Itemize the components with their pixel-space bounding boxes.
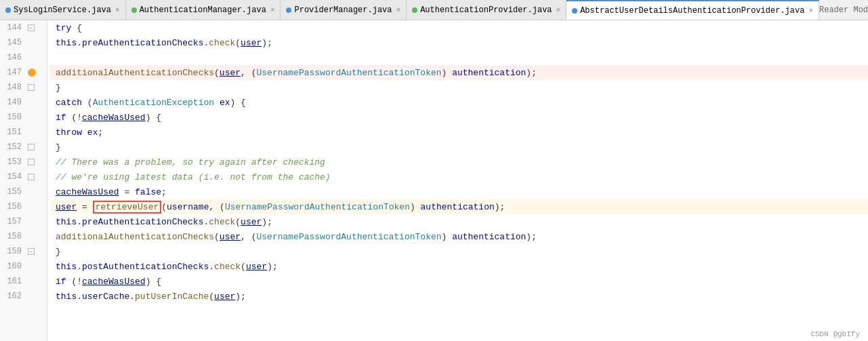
gutter-icon: [26, 144, 37, 151]
gutter-row-149: 149: [0, 95, 47, 110]
tab-label: AuthenticationManager.java: [140, 5, 266, 15]
gutter-row-145: 145: [0, 35, 47, 50]
line-number: 158: [0, 232, 26, 241]
code-line-151: throw ex;: [50, 125, 868, 140]
tab-dot: [5, 7, 11, 13]
tab-tab2[interactable]: AuthenticationManager.java×: [126, 0, 281, 20]
line-number: 156: [0, 202, 26, 212]
line-number: 159: [0, 247, 26, 256]
tab-dot: [286, 7, 291, 13]
gutter-row-147: 147: [0, 65, 47, 80]
fold-icon[interactable]: [28, 174, 35, 180]
gutter-row-153: 153: [0, 155, 47, 169]
line-number: 161: [0, 277, 26, 286]
tab-tab4[interactable]: AuthenticationProvider.java×: [407, 0, 566, 20]
line-number: 145: [0, 38, 26, 47]
code-line-156: user = retrieveUser(username, (UsernameP…: [50, 199, 868, 214]
tab-label: SysLoginService.java: [14, 5, 111, 15]
gutter-row-158: 158: [0, 229, 47, 244]
gutter-row-154: 154: [0, 169, 47, 184]
gutter-icon: [26, 174, 37, 180]
code-line-150: if (!cacheWasUsed) {: [50, 110, 868, 125]
line-number: 149: [0, 98, 26, 107]
line-number: 147: [0, 68, 26, 77]
line-number: 148: [0, 83, 26, 92]
code-line-148: }: [50, 80, 868, 95]
fold-icon[interactable]: [28, 159, 35, 165]
tab-tab1[interactable]: SysLoginService.java×: [0, 0, 126, 20]
line-number: 152: [0, 142, 26, 152]
code-line-145: this.preAuthenticationChecks.check(user)…: [50, 35, 868, 50]
fold-icon[interactable]: −: [28, 248, 35, 255]
gutter-row-156: 156: [0, 199, 47, 214]
gutter-row-161: 161: [0, 274, 47, 289]
code-line-154: // we're using latest data (i.e. not fro…: [50, 169, 868, 184]
tab-dot: [412, 7, 417, 13]
gutter-icon: −: [26, 24, 37, 31]
gutter-row-157: 157: [0, 214, 47, 229]
tab-dot: [572, 8, 577, 14]
code-line-152: }: [50, 140, 868, 155]
fold-icon[interactable]: [28, 144, 35, 151]
tab-label: AuthenticationProvider.java: [420, 5, 552, 15]
code-line-149: catch (AuthenticationException ex) {: [50, 95, 868, 110]
tab-bar: SysLoginService.java×AuthenticationManag…: [0, 0, 868, 20]
line-number: 146: [0, 53, 26, 62]
gutter-icon: [26, 68, 37, 77]
code-line-157: this.preAuthenticationChecks.check(user)…: [50, 214, 868, 229]
fold-icon[interactable]: −: [28, 24, 35, 31]
watermark: CSDN @gbIfy: [810, 330, 860, 338]
code-line-160: this.postAuthenticationChecks.check(user…: [50, 259, 868, 274]
tab-tab3[interactable]: ProviderManager.java×: [281, 0, 407, 20]
gutter-row-150: 150: [0, 110, 47, 125]
code-area: 144−145146147148149150151152153154155156…: [0, 20, 868, 341]
code-content[interactable]: try { this.preAuthenticationChecks.check…: [47, 20, 868, 341]
tab-dot: [131, 7, 137, 13]
reader-mode-button[interactable]: Reader Mode: [819, 5, 868, 15]
line-number: 151: [0, 127, 26, 137]
breakpoint-indicator[interactable]: [28, 68, 36, 77]
line-number: 144: [0, 23, 26, 33]
tab-label: ProviderManager.java: [294, 5, 392, 15]
tab-close[interactable]: ×: [396, 6, 401, 14]
line-number: 160: [0, 262, 26, 271]
gutter-row-146: 146: [0, 50, 47, 65]
gutter-row-144: 144−: [0, 20, 47, 35]
code-line-153: // There was a problem, so try again aft…: [50, 155, 868, 169]
gutter-row-151: 151: [0, 125, 47, 140]
tab-tab5[interactable]: AbstractUserDetailsAuthenticationProvide…: [566, 0, 819, 20]
line-number: 157: [0, 217, 26, 226]
gutter-row-159: 159−: [0, 244, 47, 259]
line-number: 162: [0, 292, 26, 301]
gutter-icon: [26, 84, 37, 91]
code-line-159: }: [50, 244, 868, 259]
code-line-155: cacheWasUsed = false;: [50, 184, 868, 199]
gutter-row-160: 160: [0, 259, 47, 274]
tab-close[interactable]: ×: [270, 6, 275, 14]
tab-close[interactable]: ×: [808, 7, 813, 15]
code-line-161: if (!cacheWasUsed) {: [50, 274, 868, 289]
gutter-icon: −: [26, 248, 37, 255]
line-number: 153: [0, 157, 26, 167]
code-line-146: [50, 50, 868, 65]
gutter-row-155: 155: [0, 184, 47, 199]
code-line-147: additionalAuthenticationChecks(user, (Us…: [50, 65, 868, 80]
gutter-icon: [26, 159, 37, 165]
tab-label: AbstractUserDetailsAuthenticationProvide…: [580, 6, 804, 16]
line-number: 154: [0, 172, 26, 182]
fold-icon[interactable]: [28, 84, 35, 91]
code-line-162: this.userCache.putUserInCache(user);: [50, 289, 868, 304]
line-number: 150: [0, 113, 26, 122]
tab-close[interactable]: ×: [556, 6, 561, 14]
line-gutter: 144−145146147148149150151152153154155156…: [0, 20, 47, 341]
line-number: 155: [0, 187, 26, 197]
gutter-row-152: 152: [0, 140, 47, 155]
code-line-144: try {: [50, 20, 868, 35]
code-line-158: additionalAuthenticationChecks(user, (Us…: [50, 229, 868, 244]
gutter-row-148: 148: [0, 80, 47, 95]
tab-close[interactable]: ×: [115, 6, 120, 14]
gutter-row-162: 162: [0, 289, 47, 304]
